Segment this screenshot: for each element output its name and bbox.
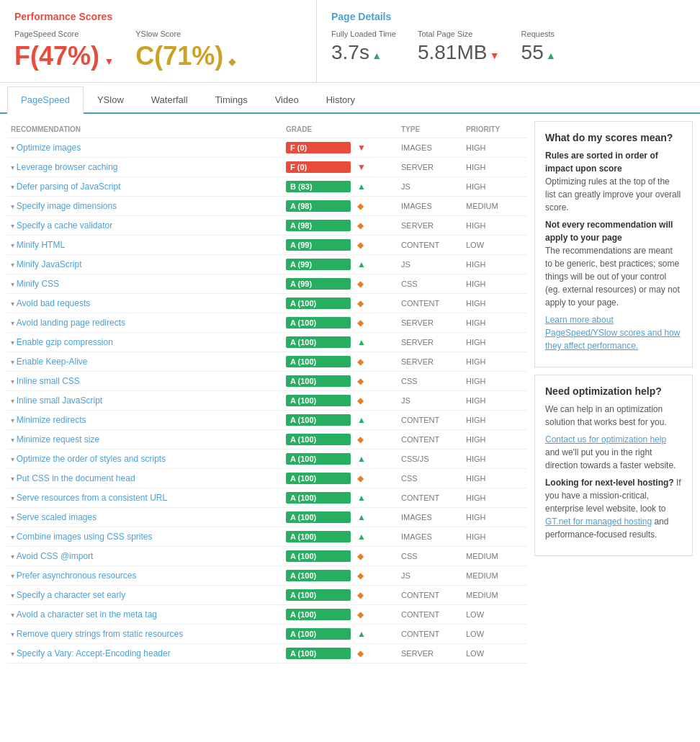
rec-name[interactable]: Inline small JavaScript — [11, 395, 286, 406]
sidebar: What do my scores mean? Rules are sorted… — [534, 121, 693, 663]
grade-pill: A (100) — [286, 317, 351, 328]
grade-cell: A (100) ◆ — [286, 434, 401, 445]
help-hosting-link[interactable]: GT.net for managed hosting — [545, 517, 652, 527]
rec-name[interactable]: Optimize the order of styles and scripts — [11, 454, 286, 464]
page-size: Total Page Size 5.81MB ▼ — [418, 30, 500, 64]
size-value: 5.81MB — [418, 41, 488, 63]
rec-name[interactable]: Defer parsing of JavaScript — [11, 182, 286, 192]
scores-p1: Rules are sorted in order of impact upon… — [545, 149, 682, 214]
table-row: Leverage browser caching F (0) ▼ SERVER … — [7, 158, 527, 177]
rec-name[interactable]: Avoid CSS @import — [11, 551, 286, 561]
rec-name[interactable]: Minify HTML — [11, 240, 286, 250]
priority-cell: HIGH — [466, 532, 524, 541]
grade-pill: A (100) — [286, 648, 351, 659]
rec-name[interactable]: Serve resources from a consistent URL — [11, 493, 286, 503]
rec-name[interactable]: Inline small CSS — [11, 376, 286, 386]
loaded-value: 3.7s — [331, 41, 369, 63]
grade-cell: F (0) ▼ — [286, 161, 401, 173]
type-cell: CSS — [401, 377, 466, 385]
col-priority: PRIORITY — [466, 125, 524, 133]
rec-name[interactable]: Minimize request size — [11, 434, 286, 444]
rec-name[interactable]: Leverage browser caching — [11, 162, 286, 172]
grade-pill: A (100) — [286, 511, 351, 523]
grade-icon: ◆ — [357, 240, 364, 250]
type-cell: SERVER — [401, 357, 466, 366]
grade-pill: A (100) — [286, 589, 351, 601]
grade-pill: A (99) — [286, 239, 351, 251]
grade-icon: ◆ — [357, 376, 364, 386]
grade-icon: ▲ — [357, 629, 366, 639]
grade-pill: A (100) — [286, 356, 351, 367]
rec-name[interactable]: Avoid a character set in the meta tag — [11, 609, 286, 620]
tab-pagespeed[interactable]: PageSpeed — [7, 86, 84, 114]
type-cell: JS — [401, 260, 466, 269]
rec-name[interactable]: Put CSS in the document head — [11, 473, 286, 483]
grade-icon: ▲ — [357, 532, 366, 542]
loaded-time: Fully Loaded Time 3.7s ▲ — [331, 30, 396, 64]
priority-cell: HIGH — [466, 396, 524, 405]
rec-name[interactable]: Specify a Vary: Accept-Encoding header — [11, 648, 286, 658]
table-row: Avoid a character set in the meta tag A … — [7, 605, 527, 625]
table-row: Inline small CSS A (100) ◆ CSS HIGH — [7, 372, 527, 391]
tab-timings[interactable]: Timings — [202, 86, 261, 114]
grade-icon: ◆ — [357, 551, 364, 561]
grade-pill: A (98) — [286, 200, 351, 212]
grade-pill: A (100) — [286, 414, 351, 426]
grade-icon: ◆ — [357, 220, 364, 231]
rec-name[interactable]: Minify CSS — [11, 279, 286, 289]
grade-icon: ◆ — [357, 201, 364, 211]
rec-name[interactable]: Avoid bad requests — [11, 298, 286, 308]
tab-video[interactable]: Video — [261, 86, 313, 114]
scores-learn-link[interactable]: Learn more about PageSpeed/YSlow scores … — [545, 315, 680, 351]
size-label: Total Page Size — [418, 30, 500, 38]
rec-name[interactable]: Specify a character set early — [11, 590, 286, 600]
pagespeed-score: PageSpeed Score F(47%) ▼ — [14, 30, 114, 71]
loaded-arrow-icon: ▲ — [372, 50, 382, 61]
rec-name[interactable]: Enable Keep-Alive — [11, 357, 286, 367]
rec-name[interactable]: Specify image dimensions — [11, 201, 286, 211]
grade-icon: ▼ — [357, 143, 366, 153]
grade-cell: A (100) ◆ — [286, 375, 401, 387]
priority-cell: HIGH — [466, 357, 524, 366]
grade-icon: ▲ — [357, 454, 366, 464]
grade-cell: F (0) ▼ — [286, 142, 401, 153]
grade-cell: A (100) ▲ — [286, 336, 401, 348]
grade-cell: A (100) ▲ — [286, 531, 401, 542]
grade-pill: B (83) — [286, 181, 351, 192]
table-row: Minify HTML A (99) ◆ CONTENT LOW — [7, 236, 527, 255]
type-cell: SERVER — [401, 649, 466, 658]
rec-name[interactable]: Remove query strings from static resourc… — [11, 629, 286, 639]
rec-name[interactable]: Prefer asynchronous resources — [11, 571, 286, 581]
optimization-help-box: Need optimization help? We can help in a… — [534, 375, 693, 556]
grade-icon: ◆ — [357, 357, 364, 367]
grade-cell: A (100) ◆ — [286, 298, 401, 309]
priority-cell: LOW — [466, 610, 524, 619]
rec-name[interactable]: Optimize images — [11, 143, 286, 153]
rec-name[interactable]: Avoid landing page redirects — [11, 318, 286, 328]
rec-name[interactable]: Specify a cache validator — [11, 220, 286, 231]
rec-name[interactable]: Minimize redirects — [11, 415, 286, 425]
tab-history[interactable]: History — [313, 86, 369, 114]
grade-icon: ▲ — [357, 182, 366, 192]
table-row: Optimize the order of styles and scripts… — [7, 450, 527, 469]
priority-cell: HIGH — [466, 163, 524, 171]
rec-name[interactable]: Minify JavaScript — [11, 259, 286, 269]
grade-pill: A (100) — [286, 434, 351, 445]
type-cell: CONTENT — [401, 610, 466, 619]
scores-meaning-title: What do my scores mean? — [545, 132, 682, 143]
priority-cell: HIGH — [466, 513, 524, 522]
grade-cell: A (100) ◆ — [286, 356, 401, 367]
tab-yslow[interactable]: YSlow — [84, 86, 138, 114]
grade-pill: A (100) — [286, 531, 351, 542]
tab-waterfall[interactable]: Waterfall — [138, 86, 202, 114]
help-contact-link[interactable]: Contact us for optimization help — [545, 434, 666, 444]
rec-name[interactable]: Combine images using CSS sprites — [11, 532, 286, 542]
table-row: Put CSS in the document head A (100) ◆ C… — [7, 469, 527, 488]
grade-icon: ▲ — [357, 493, 366, 503]
grade-icon: ▲ — [357, 337, 366, 347]
grade-icon: ◆ — [357, 473, 364, 483]
table-row: Remove query strings from static resourc… — [7, 625, 527, 644]
priority-cell: LOW — [466, 241, 524, 249]
rec-name[interactable]: Enable gzip compression — [11, 337, 286, 347]
rec-name[interactable]: Serve scaled images — [11, 512, 286, 522]
